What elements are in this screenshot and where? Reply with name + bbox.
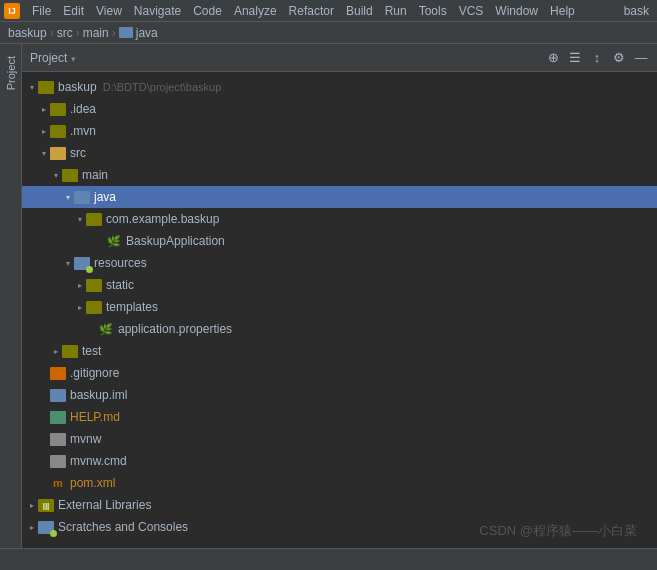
- settings-icon[interactable]: ⚙: [611, 50, 627, 66]
- breadcrumb: baskup › src › main › java: [0, 22, 657, 44]
- tree-item-app-props[interactable]: 🌿 application.properties: [22, 318, 657, 340]
- tree-item-mvnwcmd[interactable]: mvnw.cmd: [22, 450, 657, 472]
- tree-item-src[interactable]: src: [22, 142, 657, 164]
- java-label: java: [94, 190, 116, 204]
- main-folder-icon: [62, 169, 78, 182]
- menu-vcs[interactable]: VCS: [453, 2, 490, 20]
- tree-item-idea[interactable]: .idea: [22, 98, 657, 120]
- baskupapp-spring-icon: 🌿: [106, 233, 122, 249]
- sidebar-tab-project[interactable]: Project: [2, 48, 20, 98]
- menu-help[interactable]: Help: [544, 2, 581, 20]
- tree-item-static[interactable]: static: [22, 274, 657, 296]
- tree-item-com-example[interactable]: com.example.baskup: [22, 208, 657, 230]
- tree-item-test[interactable]: test: [22, 340, 657, 362]
- app-icon: IJ: [4, 3, 20, 19]
- tree-item-ext-libraries[interactable]: ||| External Libraries: [22, 494, 657, 516]
- collapse-icon[interactable]: ↕: [589, 50, 605, 66]
- scratches-arrow-icon: [26, 521, 38, 533]
- tree-item-iml[interactable]: baskup.iml: [22, 384, 657, 406]
- tree-item-templates[interactable]: templates: [22, 296, 657, 318]
- tree-item-resources[interactable]: resources: [22, 252, 657, 274]
- app-props-label: application.properties: [118, 322, 232, 336]
- menu-window[interactable]: Window: [489, 2, 544, 20]
- list-icon[interactable]: ☰: [567, 50, 583, 66]
- left-sidebar: Project: [0, 44, 22, 548]
- src-folder-icon: [50, 147, 66, 160]
- test-folder-icon: [62, 345, 78, 358]
- iml-file-icon: [50, 389, 66, 402]
- idea-label: .idea: [70, 102, 96, 116]
- com-folder-icon: [86, 213, 102, 226]
- panel-title: Project: [30, 51, 67, 65]
- ext-libraries-label: External Libraries: [58, 498, 151, 512]
- mvn-arrow-icon: [38, 125, 50, 137]
- pomxml-label: pom.xml: [70, 476, 115, 490]
- menu-file[interactable]: File: [26, 2, 57, 20]
- templates-folder-icon: [86, 301, 102, 314]
- minimize-icon[interactable]: —: [633, 50, 649, 66]
- src-arrow-icon: [38, 147, 50, 159]
- locate-icon[interactable]: ⊕: [545, 50, 561, 66]
- com-label: com.example.baskup: [106, 212, 219, 226]
- menu-analyze[interactable]: Analyze: [228, 2, 283, 20]
- root-folder-icon: [38, 81, 54, 94]
- panel-header: Project ⊕ ☰ ↕ ⚙ —: [22, 44, 657, 72]
- root-path: D:\BDTD\project\baskup: [103, 81, 222, 93]
- menu-navigate[interactable]: Navigate: [128, 2, 187, 20]
- panel-header-icons: ⊕ ☰ ↕ ⚙ —: [545, 50, 649, 66]
- mvnw-label: mvnw: [70, 432, 101, 446]
- iml-label: baskup.iml: [70, 388, 127, 402]
- menu-view[interactable]: View: [90, 2, 128, 20]
- menu-bar: IJ File Edit View Navigate Code Analyze …: [0, 0, 657, 22]
- menu-edit[interactable]: Edit: [57, 2, 90, 20]
- tree-item-mvn[interactable]: .mvn: [22, 120, 657, 142]
- mvn-label: .mvn: [70, 124, 96, 138]
- test-arrow-icon: [50, 345, 62, 357]
- breadcrumb-java[interactable]: java: [136, 26, 158, 40]
- bottom-bar: [0, 548, 657, 570]
- resources-label: resources: [94, 256, 147, 270]
- menu-tools[interactable]: Tools: [413, 2, 453, 20]
- ext-libraries-icon: |||: [38, 499, 54, 512]
- mvnwcmd-file-icon: [50, 455, 66, 468]
- java-arrow-icon: [62, 191, 74, 203]
- root-arrow-icon: [26, 81, 38, 93]
- main-label: main: [82, 168, 108, 182]
- breadcrumb-baskup[interactable]: baskup: [8, 26, 47, 40]
- dropdown-arrow-icon: [71, 51, 76, 65]
- tree-item-baskupapp[interactable]: 🌿 BaskupApplication: [22, 230, 657, 252]
- static-label: static: [106, 278, 134, 292]
- mvn-folder-icon: [50, 125, 66, 138]
- root-label: baskup: [58, 80, 97, 94]
- test-label: test: [82, 344, 101, 358]
- tree-root[interactable]: baskup D:\BDTD\project\baskup: [22, 76, 657, 98]
- resources-folder-icon: [74, 257, 90, 270]
- menu-refactor[interactable]: Refactor: [283, 2, 340, 20]
- helpmd-label: HELP.md: [70, 410, 120, 424]
- menu-build[interactable]: Build: [340, 2, 379, 20]
- menu-right: bask: [624, 4, 653, 18]
- tree-item-helpmd[interactable]: HELP.md: [22, 406, 657, 428]
- mvnw-file-icon: [50, 433, 66, 446]
- project-dropdown[interactable]: Project: [30, 51, 76, 65]
- menu-run[interactable]: Run: [379, 2, 413, 20]
- breadcrumb-src[interactable]: src: [57, 26, 73, 40]
- gitignore-label: .gitignore: [70, 366, 119, 380]
- idea-arrow-icon: [38, 103, 50, 115]
- com-arrow-icon: [74, 213, 86, 225]
- tree-item-pomxml[interactable]: m pom.xml: [22, 472, 657, 494]
- project-panel: Project ⊕ ☰ ↕ ⚙ — baskup D:\BDTD\project…: [22, 44, 657, 548]
- tree-item-main[interactable]: main: [22, 164, 657, 186]
- scratches-icon: [38, 521, 54, 534]
- tree-item-mvnw[interactable]: mvnw: [22, 428, 657, 450]
- watermark: CSDN @程序猿——小白菜: [479, 522, 637, 540]
- app-props-spring-icon: 🌿: [98, 321, 114, 337]
- resources-arrow-icon: [62, 257, 74, 269]
- templates-arrow-icon: [74, 301, 86, 313]
- tree-item-gitignore[interactable]: .gitignore: [22, 362, 657, 384]
- menu-code[interactable]: Code: [187, 2, 228, 20]
- breadcrumb-main[interactable]: main: [83, 26, 109, 40]
- main-layout: Project Project ⊕ ☰ ↕ ⚙ — ba: [0, 44, 657, 548]
- tree-item-java[interactable]: java: [22, 186, 657, 208]
- scratches-label: Scratches and Consoles: [58, 520, 188, 534]
